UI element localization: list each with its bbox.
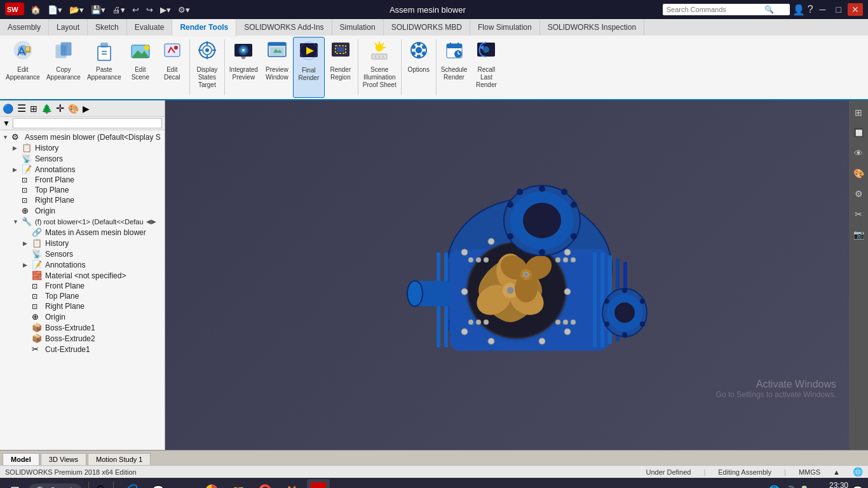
clock[interactable]: 23:30 17/02/2023 [813,480,848,488]
list-item[interactable]: ▶ ✂ Cut-Extrude1 [0,344,165,355]
sub-topplane-icon: ⊡ [32,292,43,301]
scene-illumination-button[interactable]: SceneIlluminationProof Sheet [360,37,400,98]
recall-last-render-button[interactable]: RecallLastRender [470,37,502,98]
list-item[interactable]: ▼ 🔧 (f) root blower<1> (Default<<Defau ◀… [0,216,165,227]
tab-sketch[interactable]: Sketch [88,19,127,36]
weather-widget[interactable]: 🌤 [95,484,107,489]
start-button[interactable]: ⊞ [5,481,25,488]
save-btn[interactable]: 💾▾ [88,4,108,16]
camera-icon[interactable]: 📷 [849,225,868,244]
tab-mbd[interactable]: SOLIDWORKS MBD [384,19,470,36]
panel-tool-more[interactable]: ▶ [83,104,90,114]
tab-motion-study[interactable]: Motion Study 1 [88,453,151,465]
view-settings-icon[interactable]: ⚙ [849,184,868,203]
preview-window-button[interactable]: PreviewWindow [261,37,293,98]
copy-appearance-button[interactable]: CopyAppearance [43,37,84,98]
folder-button[interactable]: 📁 [227,479,250,488]
tab-evaluate[interactable]: Evaluate [127,19,173,36]
integrated-preview-button[interactable]: IntegratedPreview [226,37,261,98]
search-commands-input[interactable] [667,6,762,13]
subassem-scroll[interactable]: ◀▶ [146,218,156,225]
render-region-button[interactable]: RenderRegion [325,37,356,98]
final-render-button[interactable]: FinalRender [293,37,325,98]
list-item[interactable]: ▶ 🔗 Mates in Assem mesin blower [0,227,165,238]
print-btn[interactable]: 🖨▾ [110,4,128,16]
display-states-target-button[interactable]: DisplayStatesTarget [191,37,223,98]
list-item[interactable]: ▶ ⊡ Right Plane [0,195,165,205]
list-item[interactable]: ▶ ⊡ Top Plane [0,291,165,301]
filter-input[interactable] [13,118,162,128]
home-btn[interactable]: 🏠 [28,4,43,16]
paste-appearance-button[interactable]: PasteAppearance [84,37,125,98]
tab-layout[interactable]: Layout [49,19,88,36]
tray-battery[interactable]: 🔋 [799,485,810,488]
units-expand[interactable]: ▲ [833,468,840,476]
display-style-icon[interactable]: 🔲 [849,123,868,142]
panel-tool-cross[interactable]: ✛ [56,102,64,114]
panel-tool-circle[interactable]: 🎨 [68,104,79,114]
panel-tool-list[interactable]: ☰ [17,102,26,114]
options-btn[interactable]: ⚙▾ [175,4,193,16]
list-item[interactable]: ▶ ⊡ Front Plane [0,281,165,291]
open-btn[interactable]: 📂▾ [67,4,86,16]
tab-flow[interactable]: Flow Simulation [470,19,540,36]
sensors-label: Sensors [35,154,63,163]
list-item[interactable]: ▶ ⊡ Front Plane [0,175,165,185]
notification-icon[interactable]: 💬 [852,485,863,488]
list-item[interactable]: ▶ 📋 History [0,238,165,248]
edit-decal-button[interactable]: EditDecal [156,37,188,98]
left-panel: 🔵 ☰ ⊞ 🌲 ✛ 🎨 ▶ ▼ ▼ ⚙ Assem mesin blower (… [0,100,165,450]
edit-scene-button[interactable]: EditScene [125,37,156,98]
search-button[interactable]: 🔍 Search [29,484,82,489]
opera-button[interactable]: ⭕ [254,479,276,488]
minimize-btn[interactable]: ─ [816,3,830,16]
maximize-btn[interactable]: □ [832,3,845,16]
panel-tool-grid[interactable]: ⊞ [30,104,37,114]
tab-3d-views[interactable]: 3D Views [41,453,86,465]
firefox-button[interactable]: 🦊 [280,479,303,488]
schedule-render-button[interactable]: ScheduleRender [438,37,471,98]
tab-simulation[interactable]: Simulation [332,19,384,36]
new-btn[interactable]: 📄▾ [45,4,65,16]
close-btn[interactable]: ✕ [848,3,863,16]
list-item[interactable]: ▶ 📝 Annotations [0,259,165,270]
undo-btn[interactable]: ↩ [130,4,142,16]
section-view-icon[interactable]: ✂ [849,205,868,224]
tree-root[interactable]: ▼ ⚙ Assem mesin blower (Default<Display … [0,132,165,142]
edge-button[interactable] [120,479,143,488]
list-item[interactable]: ▶ 📡 Sensors [0,153,165,164]
help-icon[interactable]: ? [808,4,813,15]
tray-volume[interactable]: 🔊 [784,485,795,488]
appearance-icon[interactable]: 🎨 [849,164,868,183]
list-item[interactable]: ▶ 📦 Boss-Extrude1 [0,322,165,333]
tab-assembly[interactable]: Assembly [0,19,49,36]
list-item[interactable]: ▶ 📦 Boss-Extrude2 [0,333,165,344]
select-btn[interactable]: ▶▾ [158,4,173,16]
tab-inspection[interactable]: SOLIDWORKS Inspection [540,19,644,36]
list-item[interactable]: ▶ 📡 Sensors [0,248,165,259]
chrome-button[interactable] [200,479,223,488]
list-item[interactable]: ▶ ⊕ Origin [0,205,165,216]
list-item[interactable]: ▶ ⊡ Top Plane [0,185,165,195]
hide-show-icon[interactable]: 👁 [849,144,868,163]
edit-appearance-button[interactable]: EditAppearance [3,37,43,98]
list-item[interactable]: ▶ 📝 Annotations [0,164,165,175]
cut-extrude1-icon: ✂ [32,344,43,354]
view-orient-icon[interactable]: ⊞ [849,103,868,122]
list-item[interactable]: ▶ ⊕ Origin [0,311,165,322]
mail-button[interactable]: ✉ [173,479,196,488]
user-icon[interactable]: 👤 [792,4,805,16]
tab-model[interactable]: Model [3,453,39,465]
ribbon: Assembly Layout Sketch Evaluate Render T… [0,19,868,100]
options-button[interactable]: Options [403,37,435,98]
tray-network[interactable]: 🌐 [768,485,780,488]
list-item[interactable]: ▶ 📋 History [0,142,165,153]
panel-tool-tree[interactable]: 🌲 [41,104,52,114]
tab-render-tools[interactable]: Render Tools [172,19,236,37]
teams-button[interactable]: 💬 [147,479,170,488]
redo-btn[interactable]: ↪ [144,4,156,16]
list-item[interactable]: ▶ 🧱 Material <not specified> [0,270,165,281]
solidworks-button[interactable]: SW2018 [307,479,330,488]
tab-addins[interactable]: SOLIDWORKS Add-Ins [236,19,332,36]
list-item[interactable]: ▶ ⊡ Right Plane [0,301,165,311]
